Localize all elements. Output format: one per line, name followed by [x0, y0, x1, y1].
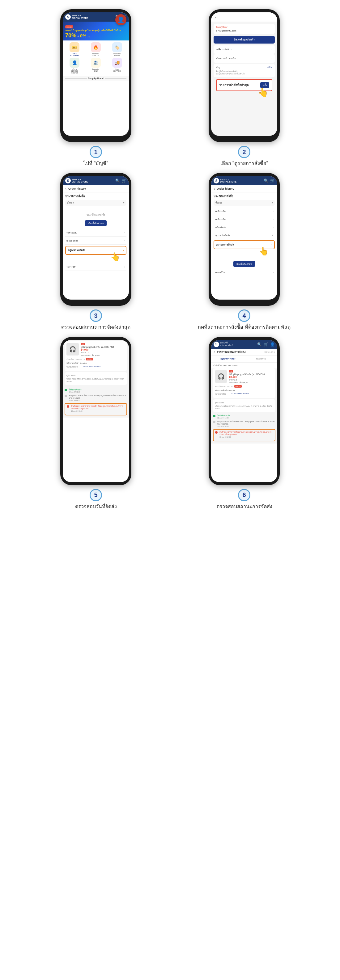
empty-section-3: ขณะนี้ไม่มีคำสั่งซื้อ เลือกซื้อสินค้าต่อ — [65, 208, 126, 229]
order-wait-payment-4[interactable]: รอชำระเงิน › — [214, 208, 275, 215]
product-img-6: 🎧 — [215, 370, 227, 383]
timeline-time-6-h: 10 ส.ค. 64 19:33 — [219, 436, 273, 438]
tab-delivering-6[interactable]: อยู่ระหว่างจัดส่ง — [211, 356, 244, 362]
product-brand-badge-5: LG — [81, 343, 125, 345]
address-label: ที่อยู่ — [216, 66, 220, 69]
order-count-6: KO1 1 of 1 — [265, 351, 275, 353]
hand-delivering-3: 👆 — [110, 252, 120, 262]
back-icon[interactable]: ← — [214, 14, 219, 19]
delivering-label-4: อยู่ระหว่างจัดส่ง — [215, 234, 230, 237]
step-label-1: ไปที่ "บัญชี" — [83, 160, 108, 167]
promo-brand-icon: 🏷️ — [112, 42, 122, 52]
order-prepare-4[interactable]: เตรียมจัดส่ง › — [214, 224, 275, 231]
back-bar-6: ‹ รายการสถานะการจัดส่ง KO1 1 of 1 — [211, 349, 277, 356]
avatar-circle[interactable]: 👤 — [115, 14, 126, 25]
cart-icon-3[interactable]: 🛒 — [122, 178, 126, 183]
phone6-content: 🎧 LG LG หูฟังซูมมูรูมเนิร์กรัง รุ่น HBS-… — [211, 369, 277, 444]
flash-badge-5: FLASH — [86, 358, 93, 360]
timeline-status-5-1: พัสดุออกจากสาขาไทยสัมผัสแล้ว พัสดุอยู่ระ… — [69, 395, 127, 400]
tracking-number-5[interactable]: STVFLSH001002003 — [83, 365, 101, 367]
service-label: บริการSERVICECENTER — [71, 68, 78, 74]
recipient-row-6: ผู้รับ: สมชัย — [215, 401, 273, 404]
back-arrow-3[interactable]: ‹ — [65, 186, 67, 191]
banner-title: ลดสุดกำไรสูงสุด ติดสุดว้าว ลดสุดคุ้ม เคร… — [65, 29, 126, 32]
icon-promo-bank[interactable]: 🏦 PromotionBANK — [86, 58, 106, 74]
timeline-info-6-1: พัสดุออกจากสาขาไทยสัมผัสแล้ว พัสดุอยู่ระ… — [217, 420, 275, 428]
timeline-dot-5-1 — [65, 395, 67, 397]
siam-logo-6: S สยามทีวี ดิจิตอล สโตร์ — [214, 342, 233, 347]
cart-icon-6[interactable]: 🛒 — [263, 342, 268, 347]
search-icon-6[interactable]: 🔍 — [257, 342, 262, 347]
product-total-6: ยอดรวมสินค้า 1 ชิ้น : ฿5,190 — [229, 382, 273, 384]
search-icon-4[interactable]: 🔍 — [263, 178, 268, 183]
cart-icon-4[interactable]: 🛒 — [270, 178, 275, 183]
icon-promo-brand[interactable]: 🏷️ PromotionBRAND — [107, 42, 127, 57]
back-arrow-4[interactable]: ‹ — [214, 186, 215, 191]
seller-label-5: จัดส่งโดย : FLASH TH — [67, 358, 85, 361]
timeline-info-6-h: สินค้าออกจากสาขาท้ายทางแล้ว พัสดุอยู่ระห… — [219, 431, 273, 438]
recipient-card-5: ผู้รับ: สมชัย บริษัท เทเลผลิตผล จำกัด 11… — [65, 372, 127, 385]
prepare-label-4: เตรียมจัดส่ง — [215, 226, 226, 229]
tracking-number-6[interactable]: STVFLSH001002003 — [231, 393, 249, 395]
recipient-card-6: ผู้รับ: สมชัย บริษัท เทเลผลิตผล จำกัด 11… — [213, 399, 275, 412]
timeline-info-5-1: พัสดุออกจากสาขาไทยสัมผัสแล้ว พัสดุอยู่ระ… — [69, 395, 127, 402]
order-wait-payment-3[interactable]: รอชำระเงิน › — [65, 229, 126, 237]
wishlist-item[interactable]: จัดหมายข้าวรอฉัน › — [214, 54, 275, 63]
email-value: 5773@siamtv.com — [216, 29, 272, 32]
phone-2-screen: ← อีเมลผู้ใช้งาน * 5773@siamtv.com อัพเด… — [211, 12, 277, 136]
step-label-4: กดที่สถานะการสั่งซื้อ ที่ต้องการติดตามพั… — [198, 324, 290, 331]
staff-row-5: พนักงานหลักคำ Somchai — [67, 362, 125, 365]
shipping-status-label-4: สถานะการจัดส่ง — [216, 243, 234, 247]
shop-brand-bar: Shop by Brand — [63, 76, 129, 81]
search-icon-3[interactable]: 🔍 — [115, 178, 120, 183]
timeline-item-5-0: ได้รับสินค้าแล้ว 12 ส.ค. 64 12:33 — [65, 388, 127, 393]
step-6-block: S สยามทีวี ดิจิตอล สโตร์ 🔍 🛒 👤 — [176, 337, 312, 510]
product-qty-6: จำนวน : 1 — [229, 379, 273, 382]
timeline-item-5-1: พัสดุออกจากสาขาไทยสัมผัสแล้ว พัสดุอยู่ระ… — [65, 395, 127, 402]
icon-ecoupon[interactable]: 🎫 FREEE-COUPON — [65, 42, 85, 57]
filter-row-3[interactable]: ทั้งหมด ∨ — [65, 200, 126, 206]
step-3-block: S SIAM T.V.DIGITAL STORE 🔍 🛒 ‹ Order his… — [28, 173, 164, 331]
order-delivering-4[interactable]: อยู่ระหว่างจัดส่ง ∨ — [214, 232, 275, 239]
discount-pct: 70% — [65, 32, 77, 39]
tab-bar-6: อยู่ระหว่างจัดส่ง รอการรีวิว — [211, 356, 277, 363]
service-icon: 👤 — [70, 58, 80, 68]
step-number-5: 5 — [89, 489, 102, 501]
tab-review-6[interactable]: รอการรีวิว — [244, 356, 277, 362]
chevron-prepare-3: › — [125, 240, 125, 242]
product-name-5: หูฟัง/ซูมมูรู/มเนิร์กรัง รุ่น HBS- FN6 — [81, 345, 125, 348]
brand-badge-6: LG — [229, 370, 233, 372]
timeline-dot-6-1 — [213, 421, 215, 423]
shopping-btn-4[interactable]: เลือกซื้อสินค้าต่อ — [233, 261, 255, 267]
phone2-header: ← — [211, 12, 277, 22]
icon-shipping[interactable]: 🚚 FreeSHIPPING — [107, 58, 127, 74]
user-icon-6[interactable]: 👤 — [270, 342, 275, 347]
update-profile-btn[interactable]: อัพเดทข้อมูลส่วนตัว — [214, 36, 275, 43]
email-label: อีเมลผู้ใช้งาน * — [216, 25, 272, 29]
review-label-3: รอการรีวิว — [67, 265, 77, 269]
discount-super: 10 — [87, 35, 90, 38]
chevron-4a: › — [273, 210, 273, 212]
address-edit-btn[interactable]: แก้ไข — [267, 66, 272, 69]
order-review-3[interactable]: รอการรีวิว › — [65, 264, 126, 271]
phone5-top: 🎧 LG หูฟัง/ซูมมูรู/มเนิร์กรัง รุ่น HBS- … — [63, 340, 129, 387]
shipping-title-6: รายการสถานะการจัดส่ง — [217, 350, 246, 354]
icon-service[interactable]: 👤 บริการSERVICECENTER — [65, 58, 85, 74]
order-review-4[interactable]: รอการรีวิว › — [214, 269, 275, 276]
step-label-6: ตรวจสอบสถานะการจัดส่ง — [216, 503, 272, 510]
address-line1: ที่อยู่คั้นในการสรรหาสินค้า — [216, 70, 272, 73]
order-prepare-3[interactable]: เตรียมจัดส่ง › — [65, 237, 126, 245]
phone-3-screen: S SIAM T.V.DIGITAL STORE 🔍 🛒 ‹ Order his… — [63, 176, 129, 299]
product-price-6: ฿4,990 — [229, 375, 273, 379]
shopping-btn-3[interactable]: เลือกซื้อสินค้าต่อ — [85, 220, 107, 226]
icon-promo-siamtv[interactable]: 🔥 PromotionSIAM T.V. — [86, 42, 106, 57]
back-arrow-6[interactable]: ‹ — [214, 350, 215, 354]
order-highlight-wrapper: รายการคำสั่งซื้อล่าสุด ดูทั้ง 👆 — [214, 79, 275, 91]
ecoupon-label: FREEE-COUPON — [70, 53, 79, 57]
timeline-time-5-1: 12 ส.ค. 64 08:33 — [69, 400, 127, 402]
change-password-item[interactable]: เปลี่ยนรหัสผ่าน › — [214, 45, 275, 54]
siam-logo-s-3: S — [65, 178, 71, 183]
order-wait-payment2-4[interactable]: รอชำระเงิน › — [214, 216, 275, 223]
filter-row-4[interactable]: ทั้งหมด ∨ — [214, 200, 275, 206]
change-password-label: เปลี่ยนรหัสผ่าน — [216, 48, 232, 52]
